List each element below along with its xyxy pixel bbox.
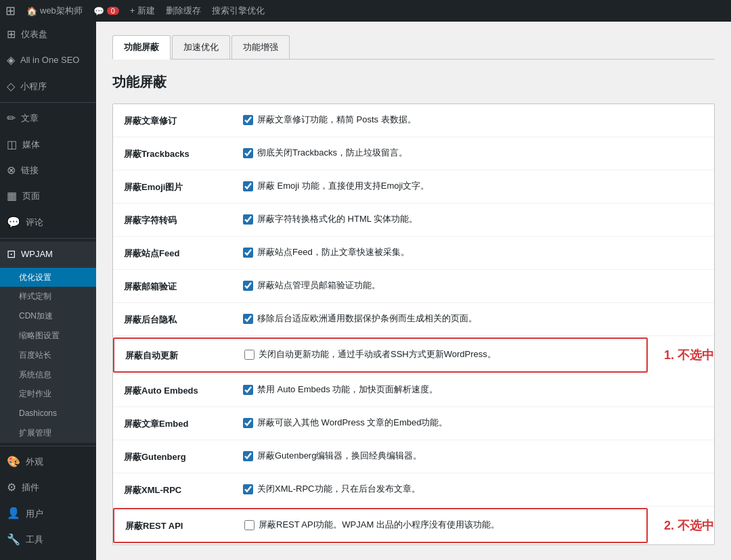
setting-checkbox-label-10[interactable]: 屏蔽Gutenberg编辑器，换回经典编辑器。 [243, 450, 422, 462]
setting-value-4: 屏蔽站点Feed，防止文章快速被采集。 [243, 246, 703, 258]
setting-checkbox-11[interactable] [243, 484, 253, 494]
sidebar-item-optimize[interactable]: 优化设置 [0, 268, 96, 287]
sidebar-item-miniprogram[interactable]: ◇ 小程序 [0, 74, 96, 99]
sidebar-label-allinone: All in One SEO [20, 54, 79, 66]
setting-row-0: 屏蔽文章修订 屏蔽文章修订功能，精简 Posts 表数据。 [113, 104, 714, 137]
new-item-button[interactable]: + 新建 [130, 5, 155, 17]
setting-checkbox-1[interactable] [243, 148, 253, 158]
setting-checkbox-7[interactable] [244, 350, 254, 360]
sidebar-label-sysinfo: 系统信息 [19, 369, 51, 381]
setting-checkbox-2[interactable] [243, 181, 253, 191]
setting-checkbox-label-1[interactable]: 彻底关闭Trackbacks，防止垃圾留言。 [243, 147, 407, 159]
setting-checkbox-10[interactable] [243, 451, 253, 461]
setting-desc-5: 屏蔽站点管理员邮箱验证功能。 [257, 279, 380, 291]
sidebar-label-articles: 文章 [21, 112, 39, 124]
setting-row-4: 屏蔽站点Feed 屏蔽站点Feed，防止文章快速被采集。 [113, 237, 714, 270]
setting-label-5: 屏蔽邮箱验证 [124, 279, 232, 293]
sidebar-item-plugins[interactable]: ⚙ 插件 [0, 475, 96, 500]
sidebar-label-baidu: 百度站长 [19, 350, 51, 361]
sidebar-item-style[interactable]: 样式定制 [0, 287, 96, 306]
sidebar-item-cdn[interactable]: CDN加速 [0, 306, 96, 326]
sidebar-label-style: 样式定制 [19, 291, 51, 302]
settings-table: 屏蔽文章修订 屏蔽文章修订功能，精简 Posts 表数据。 屏蔽Trackbac… [112, 103, 715, 545]
setting-checkbox-label-8[interactable]: 禁用 Auto Embeds 功能，加快页面解析速度。 [243, 383, 438, 396]
setting-checkbox-label-5[interactable]: 屏蔽站点管理员邮箱验证功能。 [243, 279, 380, 291]
tab-block[interactable]: 功能屏蔽 [112, 35, 171, 60]
sidebar-label-dashboard: 仪表盘 [21, 28, 47, 41]
sidebar-item-links[interactable]: ⊗ 链接 [0, 158, 96, 183]
sidebar-item-thumbnail[interactable]: 缩略图设置 [0, 326, 96, 346]
tab-enhance[interactable]: 功能增强 [231, 35, 290, 59]
setting-checkbox-4[interactable] [243, 248, 253, 258]
setting-checkbox-label-6[interactable]: 移除后台适应欧洲通用数据保护条例而生成相关的页面。 [243, 312, 477, 325]
sidebar-item-dashicons[interactable]: Dashicons [0, 404, 96, 423]
setting-desc-3: 屏蔽字符转换格式化的 HTML 实体功能。 [257, 213, 418, 225]
sidebar-item-articles[interactable]: ✏ 文章 [0, 106, 96, 131]
setting-checkbox-label-3[interactable]: 屏蔽字符转换格式化的 HTML 实体功能。 [243, 213, 418, 225]
sidebar-item-appearance[interactable]: 🎨 外观 [0, 449, 96, 475]
wp-logo-icon[interactable]: ⊞ [5, 3, 16, 18]
setting-label-8: 屏蔽Auto Embeds [124, 383, 232, 397]
home-icon: 🏠 [26, 6, 37, 16]
setting-checkbox-label-0[interactable]: 屏蔽文章修订功能，精简 Posts 表数据。 [243, 114, 416, 126]
sidebar-item-extensions[interactable]: 扩展管理 [0, 423, 96, 443]
sidebar-item-settings[interactable]: ⚙ 设置 [0, 553, 96, 560]
comment-count-item[interactable]: 💬 0 [93, 6, 119, 16]
sidebar-item-baidu[interactable]: 百度站长 [0, 346, 96, 365]
tab-speed[interactable]: 加速优化 [172, 35, 230, 59]
setting-row-wrapper-12: 屏蔽REST API 屏蔽REST API功能。WPJAM 出品的小程序没有使用… [113, 507, 714, 544]
setting-desc-7: 关闭自动更新功能，通过手动或者SSH方式更新WordPress。 [259, 348, 496, 360]
comment-icon: 💬 [93, 6, 104, 16]
seo-label: 搜索引擎优化 [212, 5, 265, 17]
setting-value-11: 关闭XML-RPC功能，只在后台发布文章。 [243, 483, 703, 495]
setting-checkbox-5[interactable] [243, 281, 253, 291]
setting-checkbox-label-7[interactable]: 关闭自动更新功能，通过手动或者SSH方式更新WordPress。 [244, 348, 496, 360]
setting-checkbox-8[interactable] [243, 385, 253, 395]
setting-desc-11: 关闭XML-RPC功能，只在后台发布文章。 [257, 483, 420, 495]
setting-label-4: 屏蔽站点Feed [124, 246, 232, 260]
appearance-icon: 🎨 [7, 454, 20, 469]
sidebar-item-comments[interactable]: 💬 评论 [0, 210, 96, 235]
setting-checkbox-9[interactable] [243, 418, 253, 428]
sidebar-item-cron[interactable]: 定时作业 [0, 384, 96, 404]
setting-checkbox-3[interactable] [243, 214, 253, 225]
sidebar-item-pages[interactable]: ▦ 页面 [0, 183, 96, 209]
site-name: web架构师 [40, 5, 83, 17]
setting-value-5: 屏蔽站点管理员邮箱验证功能。 [243, 279, 703, 291]
sidebar-item-allinone-seo[interactable]: ◈ All in One SEO [0, 47, 96, 73]
sidebar-item-tools[interactable]: 🔧 工具 [0, 527, 96, 553]
sidebar-item-users[interactable]: 👤 用户 [0, 500, 96, 526]
sidebar-label-comments: 评论 [26, 216, 43, 229]
setting-checkbox-label-12[interactable]: 屏蔽REST API功能。WPJAM 出品的小程序没有使用该功能。 [244, 519, 500, 531]
setting-checkbox-12[interactable] [244, 520, 254, 530]
annotation-2: 2. 不选中 [664, 517, 714, 534]
setting-checkbox-label-11[interactable]: 关闭XML-RPC功能，只在后台发布文章。 [243, 483, 420, 495]
sidebar-label-appearance: 外观 [26, 456, 43, 468]
setting-checkbox-0[interactable] [243, 115, 253, 125]
setting-checkbox-label-4[interactable]: 屏蔽站点Feed，防止文章快速被采集。 [243, 246, 409, 258]
links-icon: ⊗ [7, 163, 16, 178]
setting-checkbox-6[interactable] [243, 314, 253, 324]
sidebar-item-sysinfo[interactable]: 系统信息 [0, 365, 96, 385]
sidebar-item-dashboard[interactable]: ⊞ 仪表盘 [0, 22, 96, 47]
setting-desc-4: 屏蔽站点Feed，防止文章快速被采集。 [257, 246, 409, 258]
setting-value-1: 彻底关闭Trackbacks，防止垃圾留言。 [243, 147, 703, 159]
setting-value-3: 屏蔽字符转换格式化的 HTML 实体功能。 [243, 213, 703, 225]
sidebar-item-media[interactable]: ◫ 媒体 [0, 132, 96, 158]
sidebar-label-media: 媒体 [22, 139, 40, 151]
sidebar-item-wpjam[interactable]: ⊡ WPJAM [0, 241, 96, 267]
site-home-link[interactable]: 🏠 web架构师 [26, 5, 83, 17]
articles-icon: ✏ [7, 111, 16, 126]
setting-checkbox-label-2[interactable]: 屏蔽 Emoji 功能，直接使用支持Emoji文字。 [243, 180, 429, 192]
setting-label-7: 屏蔽自动更新 [125, 348, 234, 362]
seo-button[interactable]: 搜索引擎优化 [212, 5, 265, 17]
wpjam-icon: ⊡ [7, 247, 16, 262]
wpjam-submenu: 优化设置 样式定制 CDN加速 缩略图设置 百度站长 系统信息 定时作业 Das… [0, 268, 96, 443]
delete-cache-button[interactable]: 删除缓存 [166, 5, 201, 17]
setting-label-11: 屏蔽XML-RPC [124, 483, 232, 496]
media-icon: ◫ [7, 137, 17, 152]
setting-desc-2: 屏蔽 Emoji 功能，直接使用支持Emoji文字。 [257, 180, 429, 192]
setting-checkbox-label-9[interactable]: 屏蔽可嵌入其他 WordPress 文章的Embed功能。 [243, 417, 447, 429]
setting-desc-6: 移除后台适应欧洲通用数据保护条例而生成相关的页面。 [257, 312, 477, 325]
sidebar-label-tools: 工具 [26, 534, 43, 546]
